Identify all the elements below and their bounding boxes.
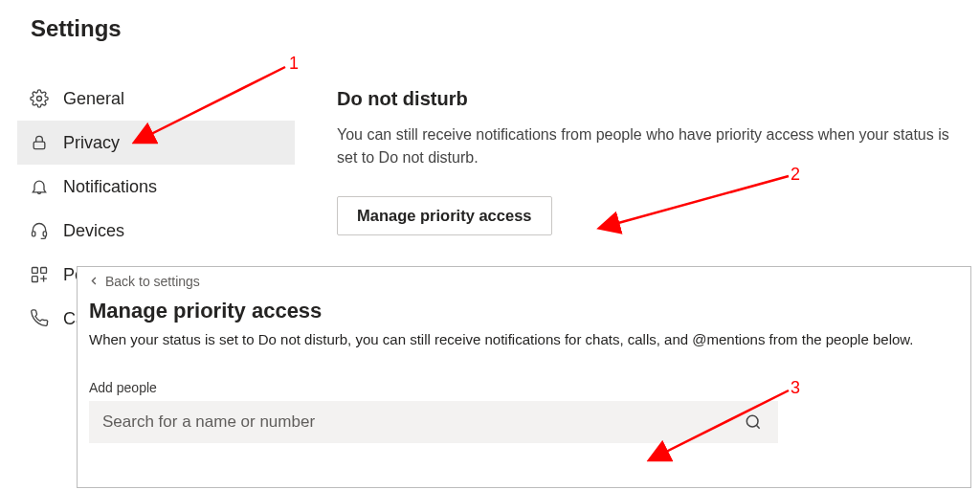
bell-icon bbox=[29, 176, 50, 197]
gear-icon bbox=[29, 88, 50, 109]
lock-icon bbox=[29, 132, 50, 153]
page-title: Settings bbox=[31, 15, 122, 42]
sidebar-item-privacy[interactable]: Privacy bbox=[17, 121, 295, 165]
sidebar-item-label: General bbox=[63, 89, 124, 109]
panel-title: Manage priority access bbox=[89, 299, 961, 323]
add-people-label: Add people bbox=[89, 380, 961, 395]
dnd-heading: Do not disturb bbox=[337, 88, 949, 110]
phone-icon bbox=[29, 308, 50, 329]
back-link-label: Back to settings bbox=[105, 274, 200, 289]
search-icon[interactable] bbox=[740, 409, 767, 435]
annotation-label-2: 2 bbox=[791, 165, 800, 185]
dnd-description: You can still receive notifications from… bbox=[337, 123, 949, 169]
sidebar-item-general[interactable]: General bbox=[17, 77, 295, 121]
sidebar-item-label: Devices bbox=[63, 221, 124, 241]
sidebar-item-notifications[interactable]: Notifications bbox=[17, 165, 295, 209]
add-people-search-row bbox=[89, 401, 778, 443]
svg-rect-3 bbox=[43, 232, 46, 236]
annotation-label-3: 3 bbox=[791, 378, 800, 398]
main-content: Do not disturb You can still receive not… bbox=[337, 88, 949, 235]
svg-rect-5 bbox=[41, 268, 47, 274]
chevron-left-icon bbox=[89, 276, 100, 286]
svg-point-0 bbox=[37, 97, 42, 101]
svg-point-7 bbox=[746, 415, 758, 427]
sidebar-item-label: Privacy bbox=[63, 133, 120, 153]
svg-rect-4 bbox=[33, 268, 38, 274]
annotation-label-1: 1 bbox=[289, 54, 299, 74]
panel-description: When your status is set to Do not distur… bbox=[89, 329, 959, 349]
headset-icon bbox=[29, 220, 50, 241]
sidebar-item-devices[interactable]: Devices bbox=[17, 209, 295, 253]
manage-priority-access-panel: Back to settings Manage priority access … bbox=[77, 266, 971, 488]
back-to-settings-link[interactable]: Back to settings bbox=[89, 274, 200, 289]
add-people-search-input[interactable] bbox=[100, 412, 740, 433]
svg-rect-6 bbox=[33, 277, 38, 282]
sidebar-item-label: Notifications bbox=[63, 177, 157, 197]
svg-rect-1 bbox=[33, 142, 45, 149]
manage-priority-access-button[interactable]: Manage priority access bbox=[337, 196, 552, 235]
svg-rect-2 bbox=[33, 232, 35, 236]
apps-icon bbox=[29, 264, 50, 285]
